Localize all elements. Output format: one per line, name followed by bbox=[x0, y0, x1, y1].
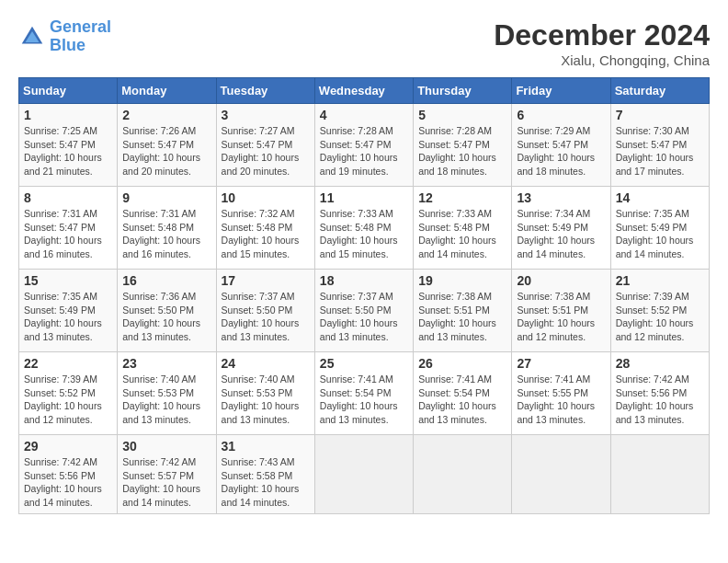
day-info: Sunrise: 7:39 AM Sunset: 5:52 PM Dayligh… bbox=[616, 290, 704, 344]
day-number: 11 bbox=[320, 190, 408, 205]
calendar-cell: 30Sunrise: 7:42 AM Sunset: 5:57 PM Dayli… bbox=[118, 435, 216, 514]
day-number: 18 bbox=[320, 273, 408, 288]
logo-line1: General bbox=[50, 17, 111, 36]
day-info: Sunrise: 7:42 AM Sunset: 5:56 PM Dayligh… bbox=[616, 373, 704, 427]
day-number: 12 bbox=[418, 190, 506, 205]
day-number: 19 bbox=[418, 273, 506, 288]
day-number: 25 bbox=[320, 356, 408, 371]
day-number: 24 bbox=[222, 356, 310, 371]
calendar-cell: 15Sunrise: 7:35 AM Sunset: 5:49 PM Dayli… bbox=[19, 270, 118, 352]
day-number: 3 bbox=[222, 108, 310, 122]
weekday-header-monday: Monday bbox=[118, 78, 216, 104]
day-number: 23 bbox=[122, 356, 210, 371]
day-info: Sunrise: 7:28 AM Sunset: 5:47 PM Dayligh… bbox=[418, 124, 506, 178]
calendar-cell: 4Sunrise: 7:28 AM Sunset: 5:47 PM Daylig… bbox=[314, 104, 413, 187]
calendar-cell: 16Sunrise: 7:36 AM Sunset: 5:50 PM Dayli… bbox=[118, 270, 216, 352]
day-info: Sunrise: 7:36 AM Sunset: 5:50 PM Dayligh… bbox=[122, 290, 210, 344]
day-info: Sunrise: 7:38 AM Sunset: 5:51 PM Dayligh… bbox=[418, 290, 506, 344]
page-header: General Blue December 2024 Xialu, Chongq… bbox=[18, 18, 710, 68]
day-info: Sunrise: 7:34 AM Sunset: 5:49 PM Dayligh… bbox=[517, 207, 605, 261]
logo-text: General Blue bbox=[50, 18, 111, 55]
day-info: Sunrise: 7:37 AM Sunset: 5:50 PM Dayligh… bbox=[222, 290, 310, 344]
weekday-header-tuesday: Tuesday bbox=[216, 78, 314, 104]
calendar-cell bbox=[314, 435, 413, 514]
day-number: 15 bbox=[24, 273, 112, 288]
calendar-cell: 17Sunrise: 7:37 AM Sunset: 5:50 PM Dayli… bbox=[216, 270, 314, 352]
calendar-week-row: 22Sunrise: 7:39 AM Sunset: 5:52 PM Dayli… bbox=[19, 352, 710, 435]
day-number: 9 bbox=[122, 190, 210, 205]
day-info: Sunrise: 7:35 AM Sunset: 5:49 PM Dayligh… bbox=[616, 207, 704, 261]
weekday-header-thursday: Thursday bbox=[414, 78, 512, 104]
calendar-cell: 19Sunrise: 7:38 AM Sunset: 5:51 PM Dayli… bbox=[414, 270, 512, 352]
calendar-cell: 24Sunrise: 7:40 AM Sunset: 5:53 PM Dayli… bbox=[216, 352, 314, 435]
calendar-cell: 20Sunrise: 7:38 AM Sunset: 5:51 PM Dayli… bbox=[512, 270, 610, 352]
day-number: 2 bbox=[122, 108, 210, 122]
day-info: Sunrise: 7:43 AM Sunset: 5:58 PM Dayligh… bbox=[222, 455, 310, 510]
calendar-cell: 14Sunrise: 7:35 AM Sunset: 5:49 PM Dayli… bbox=[610, 187, 709, 270]
day-number: 27 bbox=[517, 356, 605, 371]
calendar-cell: 2Sunrise: 7:26 AM Sunset: 5:47 PM Daylig… bbox=[118, 104, 216, 187]
day-info: Sunrise: 7:39 AM Sunset: 5:52 PM Dayligh… bbox=[24, 373, 112, 427]
calendar-week-row: 15Sunrise: 7:35 AM Sunset: 5:49 PM Dayli… bbox=[19, 270, 710, 352]
day-number: 1 bbox=[24, 108, 112, 122]
day-info: Sunrise: 7:35 AM Sunset: 5:49 PM Dayligh… bbox=[24, 290, 112, 344]
day-number: 29 bbox=[24, 439, 112, 454]
day-info: Sunrise: 7:40 AM Sunset: 5:53 PM Dayligh… bbox=[222, 373, 310, 427]
weekday-header-friday: Friday bbox=[512, 78, 610, 104]
day-number: 22 bbox=[24, 356, 112, 371]
day-info: Sunrise: 7:33 AM Sunset: 5:48 PM Dayligh… bbox=[418, 207, 506, 261]
day-info: Sunrise: 7:42 AM Sunset: 5:57 PM Dayligh… bbox=[122, 455, 210, 510]
calendar-table: SundayMondayTuesdayWednesdayThursdayFrid… bbox=[18, 77, 710, 514]
day-info: Sunrise: 7:41 AM Sunset: 5:55 PM Dayligh… bbox=[517, 373, 605, 427]
day-info: Sunrise: 7:38 AM Sunset: 5:51 PM Dayligh… bbox=[517, 290, 605, 344]
calendar-cell: 1Sunrise: 7:25 AM Sunset: 5:47 PM Daylig… bbox=[19, 104, 118, 187]
day-number: 31 bbox=[222, 439, 310, 454]
calendar-cell: 23Sunrise: 7:40 AM Sunset: 5:53 PM Dayli… bbox=[118, 352, 216, 435]
weekday-header-sunday: Sunday bbox=[19, 78, 118, 104]
day-number: 16 bbox=[122, 273, 210, 288]
day-number: 5 bbox=[418, 108, 506, 122]
logo-line2: Blue bbox=[50, 36, 85, 54]
calendar-cell: 29Sunrise: 7:42 AM Sunset: 5:56 PM Dayli… bbox=[19, 435, 118, 514]
day-number: 30 bbox=[122, 439, 210, 454]
day-number: 7 bbox=[616, 108, 704, 122]
calendar-cell: 11Sunrise: 7:33 AM Sunset: 5:48 PM Dayli… bbox=[314, 187, 413, 270]
calendar-cell: 5Sunrise: 7:28 AM Sunset: 5:47 PM Daylig… bbox=[414, 104, 512, 187]
calendar-cell bbox=[512, 435, 610, 514]
calendar-cell bbox=[414, 435, 512, 514]
day-number: 20 bbox=[517, 273, 605, 288]
day-info: Sunrise: 7:41 AM Sunset: 5:54 PM Dayligh… bbox=[418, 373, 506, 427]
calendar-cell: 10Sunrise: 7:32 AM Sunset: 5:48 PM Dayli… bbox=[216, 187, 314, 270]
day-number: 17 bbox=[222, 273, 310, 288]
calendar-cell: 8Sunrise: 7:31 AM Sunset: 5:47 PM Daylig… bbox=[19, 187, 118, 270]
calendar-cell: 25Sunrise: 7:41 AM Sunset: 5:54 PM Dayli… bbox=[314, 352, 413, 435]
day-info: Sunrise: 7:27 AM Sunset: 5:47 PM Dayligh… bbox=[222, 124, 310, 178]
day-info: Sunrise: 7:33 AM Sunset: 5:48 PM Dayligh… bbox=[320, 207, 408, 261]
calendar-cell: 9Sunrise: 7:31 AM Sunset: 5:48 PM Daylig… bbox=[118, 187, 216, 270]
day-info: Sunrise: 7:30 AM Sunset: 5:47 PM Dayligh… bbox=[616, 124, 704, 178]
day-info: Sunrise: 7:42 AM Sunset: 5:56 PM Dayligh… bbox=[24, 455, 112, 510]
weekday-header-wednesday: Wednesday bbox=[314, 78, 413, 104]
calendar-week-row: 1Sunrise: 7:25 AM Sunset: 5:47 PM Daylig… bbox=[19, 104, 710, 187]
calendar-cell: 6Sunrise: 7:29 AM Sunset: 5:47 PM Daylig… bbox=[512, 104, 610, 187]
day-number: 28 bbox=[616, 356, 704, 371]
calendar-week-row: 8Sunrise: 7:31 AM Sunset: 5:47 PM Daylig… bbox=[19, 187, 710, 270]
calendar-cell: 18Sunrise: 7:37 AM Sunset: 5:50 PM Dayli… bbox=[314, 270, 413, 352]
calendar-cell: 3Sunrise: 7:27 AM Sunset: 5:47 PM Daylig… bbox=[216, 104, 314, 187]
calendar-cell: 26Sunrise: 7:41 AM Sunset: 5:54 PM Dayli… bbox=[414, 352, 512, 435]
weekday-header-saturday: Saturday bbox=[610, 78, 709, 104]
day-info: Sunrise: 7:25 AM Sunset: 5:47 PM Dayligh… bbox=[24, 124, 112, 178]
day-info: Sunrise: 7:41 AM Sunset: 5:54 PM Dayligh… bbox=[320, 373, 408, 427]
title-block: December 2024 Xialu, Chongqing, China bbox=[494, 18, 710, 68]
day-info: Sunrise: 7:31 AM Sunset: 5:48 PM Dayligh… bbox=[122, 207, 210, 261]
calendar-cell: 28Sunrise: 7:42 AM Sunset: 5:56 PM Dayli… bbox=[610, 352, 709, 435]
day-info: Sunrise: 7:40 AM Sunset: 5:53 PM Dayligh… bbox=[122, 373, 210, 427]
calendar-cell: 31Sunrise: 7:43 AM Sunset: 5:58 PM Dayli… bbox=[216, 435, 314, 514]
calendar-header-row: SundayMondayTuesdayWednesdayThursdayFrid… bbox=[19, 78, 710, 104]
calendar-cell: 27Sunrise: 7:41 AM Sunset: 5:55 PM Dayli… bbox=[512, 352, 610, 435]
day-number: 4 bbox=[320, 108, 408, 122]
day-info: Sunrise: 7:28 AM Sunset: 5:47 PM Dayligh… bbox=[320, 124, 408, 178]
calendar-week-row: 29Sunrise: 7:42 AM Sunset: 5:56 PM Dayli… bbox=[19, 435, 710, 514]
day-number: 21 bbox=[616, 273, 704, 288]
month-title: December 2024 bbox=[494, 18, 710, 52]
